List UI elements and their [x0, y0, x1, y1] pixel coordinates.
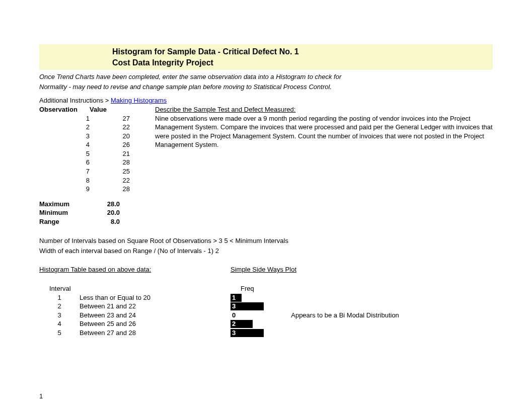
histogram-bar: 3	[231, 302, 264, 310]
description-header: Describe the Sample Test and Defect Meas…	[155, 106, 295, 113]
histogram-row: 3Between 23 and 240Appears to be a Bi Mo…	[39, 311, 493, 320]
histogram-row: 4Between 25 and 262	[39, 319, 493, 328]
intro-line-2: Normality - may need to revise and chang…	[39, 82, 493, 92]
observation-row: 521	[39, 149, 155, 158]
page-number: 1	[39, 392, 43, 400]
histogram-interval-number: 1	[39, 293, 80, 302]
histogram-bar: 1	[231, 294, 242, 302]
histogram-row: 2Between 21 and 223	[39, 302, 493, 311]
histogram-interval-label: Less than or Equal to 20	[80, 293, 231, 302]
observation-value: 26	[105, 140, 130, 149]
additional-instructions-prefix: Additional Instructions >	[39, 97, 111, 104]
histogram-freq-cell: 3	[231, 302, 264, 310]
stat-minimum-value: 20.0	[90, 208, 120, 217]
observation-value: 20	[105, 132, 130, 141]
observation-number: 9	[39, 185, 105, 194]
histogram-interval-label: Between 27 and 28	[80, 328, 231, 338]
histogram-freq-cell: 0Appears to be a Bi Modal Distribution	[231, 311, 399, 320]
observation-number: 5	[39, 149, 105, 158]
histogram-interval-number: 2	[39, 302, 80, 311]
observation-number: 4	[39, 140, 105, 149]
observation-value: 21	[105, 149, 130, 158]
observation-number: 7	[39, 167, 105, 176]
histogram-zero: 0	[231, 311, 236, 320]
interval-calc: Number of Intervals based on Square Root…	[39, 236, 493, 256]
histogram-interval-number: 3	[39, 311, 80, 320]
stat-maximum-value: 28.0	[90, 200, 120, 209]
histogram-note: Appears to be a Bi Modal Distribution	[291, 311, 399, 320]
histogram-interval-label: Between 25 and 26	[80, 319, 231, 328]
observation-number: 6	[39, 158, 105, 167]
additional-instructions: Additional Instructions > Making Histogr…	[39, 97, 493, 104]
histogram-table-header: Histogram Table based on above data:	[39, 266, 231, 273]
histogram-freq-cell: 3	[231, 329, 264, 337]
stats-block: Maximum 28.0 Minimum 20.0 Range 8.0	[39, 200, 493, 226]
histogram-row: 5Between 27 and 283	[39, 328, 493, 338]
interval-line-2: Width of each interval based on Range / …	[39, 246, 493, 256]
observation-value: 25	[105, 167, 130, 176]
stat-range-value: 8.0	[90, 217, 120, 226]
observation-row: 628	[39, 158, 155, 167]
description-block: Describe the Sample Test and Defect Meas…	[155, 105, 493, 149]
making-histograms-link[interactable]: Making Histograms	[111, 97, 167, 104]
intro-line-1: Once Trend Charts have been completed, e…	[39, 72, 493, 82]
histogram-row: 1Less than or Equal to 201	[39, 293, 493, 302]
histogram-block: Interval Freq 1Less than or Equal to 201…	[39, 284, 493, 337]
observation-number: 3	[39, 132, 105, 141]
observation-row: 426	[39, 140, 155, 149]
histogram-interval-number: 5	[39, 328, 80, 338]
histogram-freq-cell: 2	[231, 320, 253, 328]
observation-value: 27	[105, 114, 130, 123]
histogram-interval-label: Between 21 and 22	[80, 302, 231, 311]
title-band: Histogram for Sample Data - Critical Def…	[39, 44, 493, 70]
histogram-plot-header: Simple Side Ways Plot	[231, 266, 296, 273]
observation-row: 222	[39, 123, 155, 132]
observation-table: Observation Value 1272223204265216287258…	[39, 105, 155, 193]
observation-row: 127	[39, 114, 155, 123]
histogram-interval-label: Between 23 and 24	[80, 311, 231, 320]
observation-value: 28	[105, 185, 130, 194]
histogram-col-interval: Interval	[39, 284, 90, 293]
observation-number: 8	[39, 176, 105, 185]
histogram-col-freq: Freq	[241, 284, 256, 293]
histogram-interval-number: 4	[39, 319, 80, 328]
observation-row: 320	[39, 132, 155, 141]
obs-header-value: Value	[90, 105, 115, 114]
observation-value: 22	[105, 123, 130, 132]
intro-text: Once Trend Charts have been completed, e…	[39, 72, 493, 92]
description-body: Nine observations were made over a 9 mon…	[155, 115, 493, 149]
observation-value: 28	[105, 158, 130, 167]
obs-header-observation: Observation	[39, 105, 90, 114]
histogram-freq-cell: 1	[231, 294, 242, 302]
title-line-2: Cost Data Integrity Project	[112, 57, 493, 68]
interval-line-1: Number of Intervals based on Square Root…	[39, 236, 493, 246]
stat-maximum-label: Maximum	[39, 200, 90, 209]
title-line-1: Histogram for Sample Data - Critical Def…	[112, 46, 493, 57]
stat-minimum-label: Minimum	[39, 208, 90, 217]
observation-number: 1	[39, 114, 105, 123]
observation-row: 725	[39, 167, 155, 176]
observation-number: 2	[39, 123, 105, 132]
observation-row: 928	[39, 185, 155, 194]
stat-range-label: Range	[39, 217, 90, 226]
observation-value: 22	[105, 176, 130, 185]
histogram-bar: 2	[231, 320, 253, 328]
observation-row: 822	[39, 176, 155, 185]
histogram-bar: 3	[231, 329, 264, 337]
